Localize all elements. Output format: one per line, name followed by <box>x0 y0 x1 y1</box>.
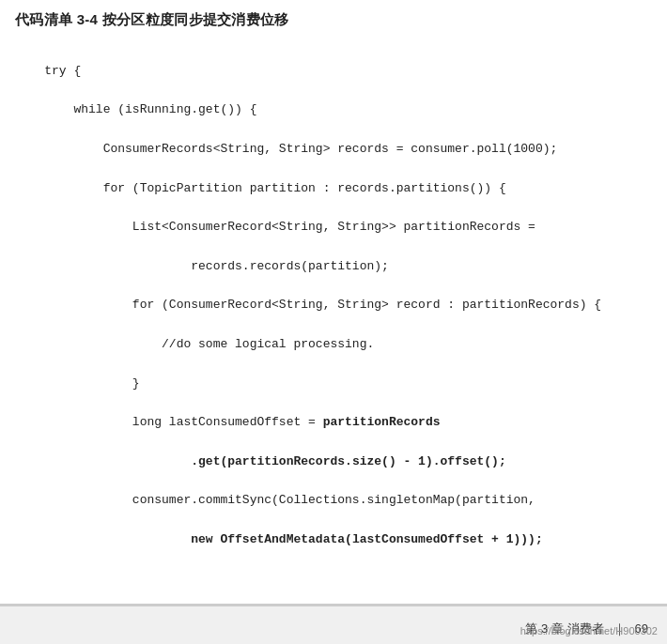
code-line-list: List<ConsumerRecord<String, String>> par… <box>44 220 535 234</box>
code-line-poll: ConsumerRecords<String, String> records … <box>44 142 557 156</box>
code-bold-get: .get(partitionRecords.size() - 1).offset… <box>191 454 505 468</box>
code-line-try: try { <box>44 64 81 78</box>
code-line-long: long lastConsumedOffset = partitionRecor… <box>44 415 440 429</box>
page-top: 代码清单 3-4 按分区粒度同步提交消费位移 try { while (isRu… <box>0 0 667 606</box>
watermark-text: https://blog.csdn.net/H900302 <box>520 625 658 636</box>
code-line-commit: consumer.commitSync(Collections.singleto… <box>44 493 535 507</box>
code-line-for2: for (ConsumerRecord<String, String> reco… <box>44 298 601 312</box>
listing-title: 代码清单 3-4 按分区粒度同步提交消费位移 <box>15 11 652 29</box>
code-line-while: while (isRunning.get()) { <box>44 102 256 116</box>
code-bold-offset: new OffsetAndMetadata(lastConsumedOffset… <box>191 532 542 546</box>
code-line-for1: for (TopicPartition partition : records.… <box>44 181 505 195</box>
code-line-close-for2: } <box>44 376 139 391</box>
code-line-offset: new OffsetAndMetadata(lastConsumedOffset… <box>44 532 543 546</box>
code-bold-partitionRecords: partitionRecords <box>323 415 441 429</box>
code-listing-top: try { while (isRunning.get()) { Consumer… <box>15 42 652 589</box>
code-line-comment: //do some logical processing. <box>44 337 374 351</box>
code-line-records: records.records(partition); <box>44 259 389 273</box>
code-line-get: .get(partitionRecords.size() - 1).offset… <box>44 454 506 468</box>
